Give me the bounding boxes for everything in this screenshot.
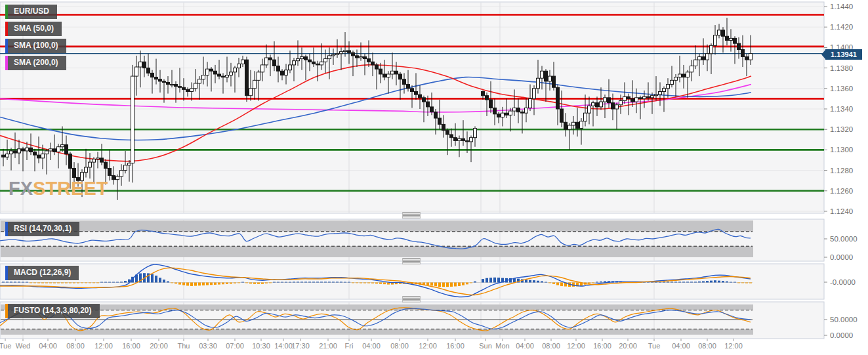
candle-bearish: [639, 98, 642, 99]
macd-histogram-bar: [489, 278, 492, 282]
macd-histogram-bar: [73, 283, 75, 283]
panel-splitter-rsi-macd[interactable]: [402, 258, 421, 264]
candle-bullish: [623, 96, 627, 100]
macd-histogram-bar: [230, 283, 232, 284]
candle-bullish: [234, 68, 237, 72]
rsi-label[interactable]: RSI (14,70,30,1): [8, 222, 79, 236]
macd-histogram-bar: [100, 282, 103, 283]
macd-histogram-bar: [214, 283, 217, 285]
candle-bullish: [533, 89, 536, 99]
candle-bearish: [556, 87, 560, 109]
candle-bullish: [226, 75, 229, 77]
macd-histogram-bar: [234, 283, 236, 283]
macd-histogram-bar: [379, 283, 382, 284]
candle-bearish: [37, 155, 41, 158]
candle-bullish: [324, 59, 327, 62]
sma100-label[interactable]: SMA (100,0): [8, 39, 66, 53]
sma100-label-text: SMA (100,0): [14, 41, 58, 50]
candle-bearish: [737, 43, 741, 49]
candle-bearish: [33, 152, 37, 156]
macd-histogram-bar: [45, 283, 48, 283]
candle-bearish: [647, 96, 650, 98]
macd-histogram-bar: [6, 282, 9, 282]
panel-splitter-main-rsi[interactable]: [402, 212, 421, 219]
candle-bullish: [694, 60, 697, 66]
panel-splitter-macd-fusto[interactable]: [402, 296, 421, 303]
macd-histogram-bar: [360, 283, 362, 283]
sma50-label[interactable]: SMA (50,0): [8, 22, 62, 36]
macd-histogram-bar: [722, 281, 724, 282]
macd-histogram-bar: [545, 282, 547, 283]
macd-histogram-bar: [340, 282, 342, 282]
time-axis-label: 14:00: [274, 342, 293, 350]
candle-bullish: [89, 162, 92, 167]
macd-histogram-bar: [663, 282, 665, 282]
stoch-oversold-band: [1, 329, 753, 335]
price-axis-label: 1.1420: [830, 23, 853, 31]
macd-histogram-bar: [77, 283, 79, 283]
candle-bullish: [651, 96, 654, 98]
candle-bullish: [230, 72, 233, 75]
sma50-color-bar: [5, 22, 8, 36]
candle-bearish: [462, 138, 465, 140]
macd-histogram-bar: [686, 282, 689, 282]
candle-bullish: [690, 66, 693, 72]
candle-bullish: [619, 101, 623, 105]
macd-histogram-bar: [120, 282, 123, 282]
time-axis-label: 16:00: [446, 342, 465, 350]
candle-bullish: [749, 54, 753, 60]
macd-histogram-bar: [529, 280, 531, 283]
candle-bullish: [678, 74, 682, 77]
candle-bearish: [245, 60, 249, 96]
candle-bullish: [249, 89, 253, 96]
candle-bearish: [308, 60, 312, 62]
macd-histogram-bar: [694, 282, 697, 282]
time-axis-label: 16:00: [593, 342, 611, 350]
macd-histogram-bar: [356, 283, 358, 283]
candle-bullish: [57, 147, 60, 152]
symbol-label[interactable]: EUR/USD: [8, 5, 57, 19]
macd-histogram-bar: [151, 274, 154, 283]
candle-bearish: [22, 149, 25, 151]
macd-histogram-bar: [320, 282, 323, 282]
candle-bullish: [541, 71, 544, 78]
candle-bearish: [186, 89, 190, 91]
chart-canvas[interactable]: 1.14401.14201.14001.13801.13601.13401.13…: [0, 0, 868, 355]
candle-bearish: [163, 81, 166, 83]
macd-histogram-bar: [316, 282, 319, 282]
macd-histogram-bar: [363, 283, 366, 283]
candle-bearish: [147, 68, 150, 73]
candle-bullish: [513, 108, 516, 111]
candle-bearish: [379, 69, 382, 74]
macd-histogram-bar: [155, 276, 157, 282]
macd-histogram-bar: [26, 282, 28, 283]
candle-bullish: [253, 80, 257, 88]
candle-bullish: [124, 165, 127, 171]
candle-bearish: [269, 58, 272, 60]
time-axis-label: 08:00: [390, 342, 409, 350]
macd-histogram-bar: [497, 278, 500, 282]
candle-bullish: [265, 58, 268, 65]
candle-bearish: [363, 56, 367, 58]
time-axis-label: Thu: [178, 342, 190, 350]
macd-histogram-bar: [552, 283, 555, 284]
candle-bearish: [576, 122, 579, 128]
macd-histogram-bar: [698, 282, 701, 283]
macd-histogram-bar: [462, 283, 465, 285]
macd-histogram-bar: [706, 281, 709, 282]
macd-histogram-bar: [226, 283, 228, 284]
candle-bearish: [108, 168, 112, 175]
sma200-label[interactable]: SMA (200,0): [8, 56, 66, 70]
candle-bullish: [202, 75, 205, 79]
macd-histogram-bar: [65, 283, 68, 283]
macd-label[interactable]: MACD (12,26,9): [8, 266, 79, 280]
candle-bearish: [178, 87, 182, 88]
candle-bearish: [722, 30, 725, 36]
macd-histogram-bar: [430, 283, 433, 286]
macd-histogram-bar: [458, 283, 461, 287]
fusto-label[interactable]: FUSTO (14,3,3,80,20): [8, 304, 100, 318]
macd-histogram-bar: [249, 283, 252, 284]
watermark-fx-text: FX: [9, 178, 33, 199]
macd-histogram-bar: [434, 283, 437, 287]
candle-bearish: [446, 131, 449, 135]
